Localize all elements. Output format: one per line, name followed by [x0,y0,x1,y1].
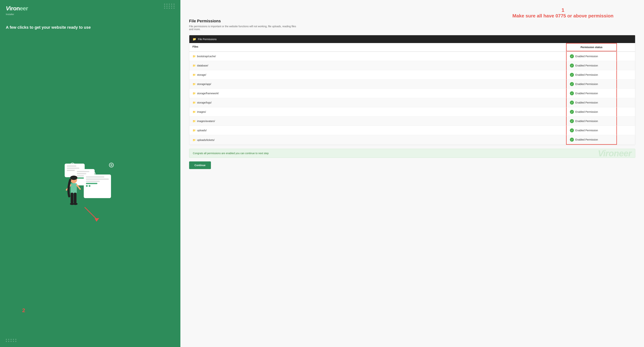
folder-icon: 📁 [192,129,196,132]
check-icon: ✓ [570,119,574,123]
check-icon: ✓ [570,82,574,86]
row-permission-status: ✓ Enabled Permission [566,117,617,126]
illustration-area: 2 ✓ 3 4 5 [6,36,174,335]
page-subtitle: File permissions is important or the web… [189,25,298,31]
permission-label: Enabled Permission [575,110,598,113]
row-permission-status: ✓ Enabled Permission [566,70,617,79]
top-annotation-area: 1 Make sure all have 0775 or above permi… [189,7,635,19]
annotation-block: 1 Make sure all have 0775 or above permi… [512,7,614,19]
check-icon: ✓ [570,128,574,132]
permission-label: Enabled Permission [575,101,598,104]
row-file-name: 📁 storage/framework/ [189,89,566,97]
folder-icon: 📁 [192,120,196,123]
check-icon: ✓ [570,91,574,95]
svg-point-1 [70,176,78,180]
row-file-name: 📁 database/ [189,61,566,69]
col-extra-header [617,43,635,51]
table-row: 📁 uploads/ ✓ Enabled Permission [189,126,635,135]
svg-marker-10 [95,218,99,222]
folder-icon: 📁 [192,83,196,85]
permission-label: Enabled Permission [575,92,598,95]
svg-line-4 [77,185,80,189]
check-icon: ✓ [570,63,574,67]
folder-icon: 📁 [192,92,196,95]
table-row: 📁 images/ ✓ Enabled Permission [189,107,635,117]
svg-rect-6 [74,193,76,204]
sidebar-annotation-2: 2 [22,307,25,314]
col-files-header: Files [189,43,566,51]
table-row: 📁 database/ ✓ Enabled Permission [189,61,635,70]
sidebar: Vironeer Installer A few clicks to get y… [0,0,180,347]
circle-5: 5 [109,163,114,167]
permission-label: Enabled Permission [575,129,598,132]
brand: Vironeer Installer [6,5,174,16]
row-permission-status: ✓ Enabled Permission [566,126,617,135]
table-body: 📁 bootstrap/cache/ ✓ Enabled Permission … [189,52,635,145]
folder-icon: 📁 [192,64,196,67]
brand-logo: Vironeer [6,5,28,12]
permission-label: Enabled Permission [575,64,598,67]
permission-label: Enabled Permission [575,83,598,85]
table-row: 📁 storage/ ✓ Enabled Permission [189,70,635,79]
row-file-name: 📁 bootstrap/cache/ [189,52,566,60]
illustration-cards: ✓ 3 4 5 [65,162,116,209]
row-permission-status: ✓ Enabled Permission [566,135,617,145]
folder-icon: 📁 [192,110,196,113]
row-permission-status: ✓ Enabled Permission [566,52,617,61]
row-file-name: 📁 storage/ [189,71,566,79]
main-content: 1 Make sure all have 0775 or above permi… [180,0,644,347]
table-row: 📁 uploads/tickets/ ✓ Enabled Permission [189,135,635,145]
table-col-headers: Files Permission status [189,43,635,52]
folder-icon: 📁 [192,73,196,76]
row-permission-status: ✓ Enabled Permission [566,89,617,98]
permission-label: Enabled Permission [575,73,598,76]
table-row: 📁 bootstrap/cache/ ✓ Enabled Permission [189,52,635,61]
annotation-number-1: 1 [512,7,614,13]
table-header-label: File Permissions [198,38,217,41]
col-permission-header: Permission status [566,43,617,51]
row-permission-status: ✓ Enabled Permission [566,107,617,116]
continue-button[interactable]: Continue [189,161,211,169]
table-row: 📁 images/avatars/ ✓ Enabled Permission [189,117,635,126]
table-header-bar: 📁 File Permissions [189,35,635,43]
sidebar-tagline: A few clicks to get your website ready t… [6,25,174,30]
table-row: 📁 storage/app/ ✓ Enabled Permission [189,79,635,89]
check-icon: ✓ [570,73,574,77]
success-bar: Congrats all permissions are enabled you… [189,149,635,158]
svg-rect-2 [71,183,77,193]
brand-installer: Installer [6,13,28,16]
permissions-table-wrapper: 📁 File Permissions Files Permission stat… [189,35,635,145]
page-title: File Permissions [189,19,635,23]
row-file-name: 📁 images/ [189,108,566,116]
folder-icon: 📁 [192,139,196,141]
check-icon: ✓ [570,101,574,105]
row-file-name: 📁 uploads/tickets/ [189,136,566,144]
permission-label: Enabled Permission [575,120,598,123]
svg-point-8 [73,203,78,205]
table-row: 📁 storage/framework/ ✓ Enabled Permissio… [189,89,635,98]
row-file-name: 📁 uploads/ [189,126,566,134]
row-permission-status: ✓ Enabled Permission [566,61,617,70]
sidebar-dots-bottom [6,335,174,342]
svg-rect-5 [71,193,74,204]
svg-line-9 [85,207,97,220]
success-message: Congrats all permissions are enabled you… [193,152,269,155]
folder-icon: 📁 [192,101,196,104]
row-file-name: 📁 storage/logs/ [189,99,566,107]
row-permission-status: ✓ Enabled Permission [566,98,617,107]
annotation-text: Make sure all have 0775 or above permiss… [512,13,614,19]
sidebar-dots-top [164,4,175,9]
row-file-name: 📁 storage/app/ [189,80,566,88]
annotation-arrow [79,205,101,224]
table-row: 📁 storage/logs/ ✓ Enabled Permission [189,98,635,107]
watermark: Vironeer [598,148,632,158]
permission-label: Enabled Permission [575,55,598,58]
check-icon: ✓ [570,110,574,114]
illus-card-3 [84,174,111,198]
folder-icon: 📁 [192,55,196,58]
check-icon: ✓ [570,138,574,142]
row-file-name: 📁 images/avatars/ [189,117,566,125]
check-icon: ✓ [570,54,574,58]
row-permission-status: ✓ Enabled Permission [566,79,617,89]
permission-label: Enabled Permission [575,138,598,141]
